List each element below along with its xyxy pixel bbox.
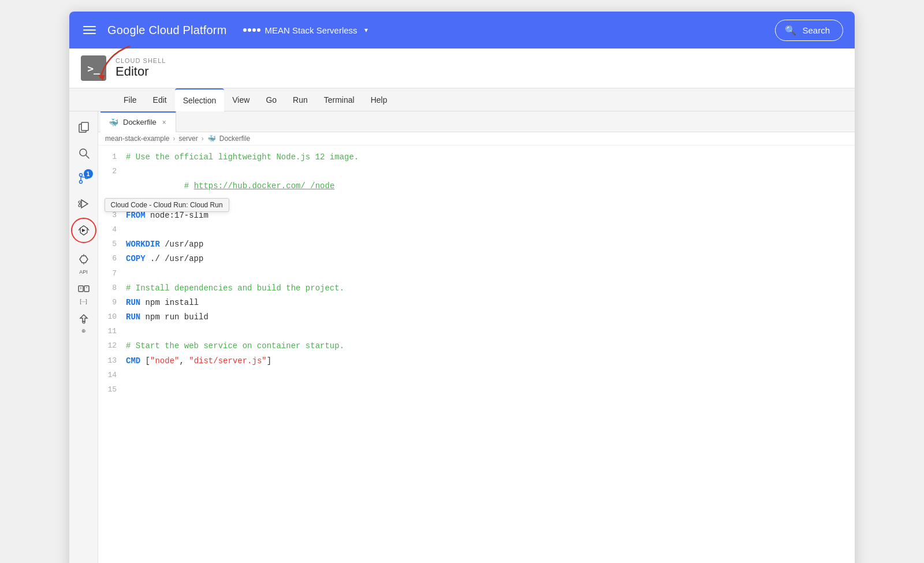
code-line-11: 11 <box>98 325 855 339</box>
svg-point-4 <box>79 174 82 177</box>
app-title: Google Cloud Platform <box>107 24 227 37</box>
source-control-icon[interactable]: 1 <box>72 167 95 190</box>
run-debug-icon[interactable] <box>72 192 95 215</box>
menu-selection[interactable]: Selection <box>175 88 225 111</box>
editor-tabs: 🐳 Dockerfile × <box>98 111 855 132</box>
search-label: Search <box>802 25 830 35</box>
svg-point-10 <box>79 204 81 207</box>
bc-server[interactable]: server <box>178 135 198 143</box>
menu-help[interactable]: Help <box>363 88 396 111</box>
svg-point-9 <box>79 201 81 203</box>
code-line-10: 10 RUN npm run build <box>98 310 855 325</box>
code-line-1: 1 # Use the official lightweight Node.js… <box>98 150 855 165</box>
code-line-7: 7 <box>98 267 855 281</box>
dockerfile-tab-label: Dockerfile <box>123 118 157 126</box>
code-line-5: 5 WORKDIR /usr/app <box>98 237 855 252</box>
menu-file[interactable]: File <box>116 88 145 111</box>
code-line-14: 14 <box>98 368 855 383</box>
code-line-8: 8 # Install dependencies and build the p… <box>98 281 855 296</box>
explorer-icon[interactable] <box>72 116 95 139</box>
cloud-code-tooltip: Cloud Code - Cloud Run: Cloud Run <box>105 198 229 212</box>
search-button[interactable]: 🔍 Search <box>775 20 843 41</box>
cloudshell-label: CLOUD SHELL Editor <box>116 57 166 79</box>
svg-marker-8 <box>81 200 88 208</box>
menu-run[interactable]: Run <box>285 88 316 111</box>
svg-rect-19 <box>84 286 89 292</box>
svg-point-23 <box>83 321 85 323</box>
bc-root[interactable]: mean-stack-example <box>105 135 169 143</box>
dockerfile-tab[interactable]: 🐳 Dockerfile × <box>100 111 176 132</box>
topbar: Google Cloud Platform MEAN Stack Serverl… <box>69 12 855 49</box>
chevron-down-icon: ▾ <box>364 26 368 34</box>
code-line-9: 9 RUN npm install <box>98 296 855 310</box>
deploy-icon[interactable] <box>72 309 95 327</box>
api-icon-group[interactable]: API <box>72 250 95 275</box>
svg-line-3 <box>86 155 89 158</box>
code-line-12: 12 # Start the web service on container … <box>98 339 855 353</box>
svg-marker-12 <box>82 229 85 232</box>
svg-rect-1 <box>81 122 88 131</box>
activity-bar: 1 Cloud Code - <box>69 111 98 563</box>
editor-main: 🐳 Dockerfile × mean-stack-example › serv… <box>98 111 855 563</box>
project-icon <box>243 28 260 32</box>
tab-close-button[interactable]: × <box>161 117 167 128</box>
api-icon[interactable] <box>72 250 95 269</box>
bc-file[interactable]: Dockerfile <box>219 135 250 143</box>
deploy-label: ⊕ <box>81 329 86 334</box>
code-line-13: 13 CMD ["node", "dist/server.js"] <box>98 354 855 368</box>
dockerfile-tab-icon: 🐳 <box>109 118 118 127</box>
cloud-code-icon[interactable]: Cloud Code - Cloud Run: Cloud Run <box>71 218 96 243</box>
menu-go[interactable]: Go <box>258 88 285 111</box>
editor-container: 1 Cloud Code - <box>69 111 855 563</box>
breadcrumb: mean-stack-example › server › 🐳 Dockerfi… <box>98 132 855 146</box>
bc-file-icon: 🐳 <box>207 135 216 143</box>
menu-terminal[interactable]: Terminal <box>316 88 363 111</box>
bc-sep-1: › <box>173 135 175 143</box>
project-selector[interactable]: MEAN Stack Serverless ▾ <box>243 25 368 35</box>
code-line-15: 15 <box>98 383 855 397</box>
code-oss-label: [···] <box>80 299 87 304</box>
app-window: Google Cloud Platform MEAN Stack Serverl… <box>69 12 855 563</box>
cloudshell-caption: CLOUD SHELL <box>116 57 166 64</box>
search-icon: 🔍 <box>785 25 796 36</box>
svg-point-5 <box>79 181 82 184</box>
hamburger-menu[interactable] <box>81 24 98 36</box>
menubar: File Edit Selection View Go Run Terminal… <box>69 88 855 111</box>
menu-edit[interactable]: Edit <box>145 88 175 111</box>
api-label: API <box>79 270 88 275</box>
docker-hub-link[interactable]: https://hub.docker.com/_/node <box>194 181 335 191</box>
cloudshell-icon: >_ <box>81 55 106 81</box>
svg-point-2 <box>80 149 87 156</box>
deploy-icon-group[interactable]: ⊕ <box>72 309 95 334</box>
search-bar-icon[interactable] <box>72 141 95 165</box>
code-oss-icon-group[interactable]: [···] <box>72 279 95 304</box>
project-name: MEAN Stack Serverless <box>265 25 357 35</box>
code-line-6: 6 COPY ./ /usr/app <box>98 252 855 266</box>
code-extensions-icon[interactable] <box>72 279 95 298</box>
cloudshell-header: >_ CLOUD SHELL Editor <box>69 49 855 88</box>
bc-sep-2: › <box>202 135 204 143</box>
source-control-badge: 1 <box>84 169 93 178</box>
menu-view[interactable]: View <box>224 88 258 111</box>
cloudshell-title: Editor <box>116 64 166 79</box>
code-line-4: 4 <box>98 223 855 237</box>
